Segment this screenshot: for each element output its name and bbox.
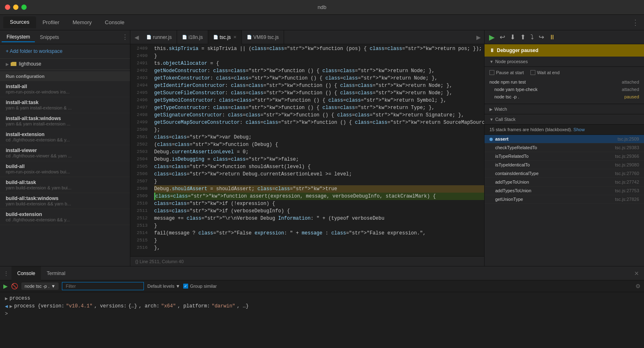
bottom-panel-close-button[interactable]: ✕ — [629, 268, 644, 278]
code-line-2516[interactable]: }, — [154, 244, 484, 252]
file-tab-tsc[interactable]: 📄 tsc.js ✕ — [208, 30, 242, 44]
call-stack-header[interactable]: ▼ Call Stack — [485, 114, 644, 125]
debug-step-over-button[interactable]: ↩ — [498, 32, 506, 42]
pause-at-start-option[interactable]: Pause at start — [489, 70, 524, 75]
config-item-build-all-task-windows[interactable]: build-all:task:windowsyarn build-extensi… — [0, 193, 130, 209]
code-line-2508[interactable]: Debug.shouldAssert = shouldAssert; class… — [154, 185, 484, 193]
tab-snippets[interactable]: Snippets — [35, 33, 64, 42]
code-line-2505[interactable]: class=class="str">"kw">function shouldAs… — [154, 163, 484, 171]
code-line-2495[interactable]: getSourceFileConstructor: class=class="s… — [154, 89, 484, 97]
code-line-2493[interactable]: getTokenConstructor: class=class="str">"… — [154, 75, 484, 82]
add-folder-button[interactable]: Add folder to workspace — [0, 44, 130, 59]
editor-play-button[interactable]: ▶ — [473, 32, 484, 42]
stack-frame-checkTypeRelatedTo[interactable]: checkTypeRelatedTotsc.js:29383 — [485, 143, 644, 152]
stack-frame-addTypeToUnion[interactable]: addTypeToUniontsc.js:27742 — [485, 178, 644, 187]
stack-frame-containsIdenticalType[interactable]: containsIdenticalTypetsc.js:27760 — [485, 169, 644, 178]
stack-frame-addTypesToUnion[interactable]: addTypesToUniontsc.js:27753 — [485, 187, 644, 195]
code-line-2496[interactable]: getSymbolConstructor: class=class="str">… — [154, 97, 484, 104]
config-item-build-all-task[interactable]: build-all:taskyarn build-extension & yar… — [0, 177, 130, 193]
console-prompt[interactable]: > — [5, 310, 639, 318]
code-line-2499[interactable]: getSourceMapSourceConstructor: class=cla… — [154, 119, 484, 126]
maximize-traffic-light[interactable] — [21, 5, 27, 10]
show-blackboxed-link[interactable]: Show — [573, 127, 585, 132]
code-line-2497[interactable]: getTypeConstructor: class=class="str">"k… — [154, 104, 484, 111]
folder-item-lighthouse[interactable]: ▶ lighthouse — [0, 59, 130, 70]
code-line-2504[interactable]: Debug.isDebugging = class=class="str">"k… — [154, 156, 484, 163]
expand-process-icon[interactable]: ▶ — [9, 303, 12, 309]
config-item-build-all[interactable]: build-allnpm-run-posix-or-windows bui... — [0, 161, 130, 177]
tab-terminal[interactable]: Terminal — [41, 266, 71, 280]
stack-frame-isTypeRelatedTo[interactable]: isTypeRelatedTotsc.js:29366 — [485, 152, 644, 161]
expand-icon[interactable]: ▶ — [5, 296, 8, 302]
code-line-2502[interactable]: (class=class="str">"kw">function (Debug)… — [154, 141, 484, 148]
default-levels-selector[interactable]: Default levels ▼ — [147, 284, 180, 289]
stack-frame-getUnionType[interactable]: getUnionTypetsc.js:27826 — [485, 195, 644, 204]
config-item-install-all-task[interactable]: install-all:taskyarn & yarn install-exte… — [0, 97, 130, 113]
tab-sources[interactable]: Sources — [3, 16, 36, 28]
code-line-2491[interactable]: ts.objectAllocator = { — [154, 60, 484, 67]
tab-filesystem[interactable]: Filesystem — [2, 32, 35, 42]
debug-pause-button[interactable]: ⏸ — [548, 33, 557, 42]
wait-at-end-checkbox[interactable] — [530, 70, 535, 75]
code-line-2506[interactable]: class=class="str">"kw">return Debug.curr… — [154, 171, 484, 178]
code-line-2509[interactable]: class=class="str">"kw">function assert(e… — [154, 193, 484, 200]
stack-frame-assert[interactable]: asserttsc.js:2509 — [485, 135, 644, 143]
console-line-process-detail[interactable]: ◀ ▶ process {version: "v10.4.1" , versio… — [5, 303, 639, 310]
stack-frame-isTypeIdenticalTo[interactable]: isTypeIdenticalTotsc.js:29080 — [485, 161, 644, 169]
more-tabs-icon[interactable]: ⋮ — [632, 18, 639, 27]
code-line-2507[interactable]: } — [154, 178, 484, 185]
debug-step-button[interactable]: ⤵ — [529, 33, 535, 42]
console-context-selector[interactable]: node tsc -p . ▼ — [21, 282, 59, 290]
code-line-2514[interactable]: fail(message ? class="str">"False expres… — [154, 230, 484, 237]
tab-profiler[interactable]: Profiler — [36, 17, 66, 28]
process-tsc[interactable]: node tsc -p . paused — [489, 93, 639, 100]
debug-step-into-button[interactable]: ⬇ — [509, 32, 517, 42]
debug-step-out-button[interactable]: ⬆ — [519, 32, 527, 42]
debug-deactivate-button[interactable]: ↪ — [537, 32, 545, 42]
code-line-2498[interactable]: getSignatureConstructor: class=class="st… — [154, 111, 484, 119]
file-tab-runner[interactable]: 📄 runner.js — [141, 30, 177, 44]
config-item-install-all-task-windows[interactable]: install-all:task:windowsyarn && yarn ins… — [0, 113, 130, 129]
file-tab-close-tsc[interactable]: ✕ — [233, 35, 237, 39]
code-line-2513[interactable]: } — [154, 222, 484, 230]
code-content[interactable]: this.skipTrivia = skipTrivia || (class=c… — [151, 44, 484, 256]
tab-console[interactable]: Console — [98, 17, 131, 28]
pause-at-start-checkbox[interactable] — [489, 70, 494, 75]
code-line-2492[interactable]: getNodeConstructor: class=class="str">"k… — [154, 67, 484, 75]
left-panel-more-icon[interactable]: ⋮ — [122, 33, 128, 41]
group-similar-checkbox[interactable]: ✓ — [183, 284, 188, 289]
code-line-2490[interactable]: } — [154, 52, 484, 60]
close-traffic-light[interactable] — [5, 5, 10, 10]
console-settings-icon[interactable]: ⚙ — [635, 283, 641, 289]
code-line-2501[interactable]: class=class="str">"kw">var Debug; — [154, 134, 484, 141]
config-item-build-extension[interactable]: build-extensioncd ./lighthouse-extension… — [0, 209, 130, 225]
config-item-install-extension[interactable]: install-extensioncd ./lighthouse-extensi… — [0, 129, 130, 145]
code-line-2512[interactable]: message += class="str">"\r\nVerbose Debu… — [154, 215, 484, 222]
file-tab-vm69[interactable]: 📄 VM69 tsc.js — [242, 30, 284, 44]
code-line-2494[interactable]: getIdentifierConstructor: class=class="s… — [154, 82, 484, 89]
watch-section[interactable]: ▶ Watch — [485, 104, 644, 114]
code-line-2503[interactable]: Debug.currentAssertionLevel = 0; — [154, 148, 484, 156]
code-line-2489[interactable]: this.skipTrivia = skipTrivia || (class=c… — [154, 45, 484, 52]
console-filter-input[interactable] — [62, 282, 144, 290]
tab-console-bottom[interactable]: Console — [11, 266, 41, 280]
file-tab-i18n[interactable]: 📄 i18n.js — [177, 30, 208, 44]
config-item-install-all[interactable]: install-allnpm-run-posix-or-windows ins.… — [0, 81, 130, 97]
bottom-panel-more-icon[interactable]: ⋮ — [3, 270, 9, 277]
console-execute-button[interactable]: ▶ — [3, 283, 8, 289]
nav-back-button[interactable]: ◀ — [132, 32, 141, 42]
code-line-2500[interactable]: }; — [154, 126, 484, 134]
process-npm-run-test[interactable]: node npm run test attached — [489, 78, 639, 86]
console-stop-button[interactable]: 🚫 — [11, 283, 18, 289]
code-line-2511[interactable]: class=class="str">"kw">if (verboseDebugI… — [154, 207, 484, 215]
process-yarn-type-check[interactable]: node yarn type-check attached — [489, 86, 639, 93]
code-line-2515[interactable]: } — [154, 237, 484, 244]
minimize-traffic-light[interactable] — [13, 5, 18, 10]
code-line-2510[interactable]: class=class="str">"kw">if (!expression) … — [154, 200, 484, 207]
config-item-install-viewer[interactable]: install-viewercd ./lighthouse-viewer && … — [0, 145, 130, 161]
node-processes-section[interactable]: ▼ Node processes — [485, 57, 644, 67]
console-line-process[interactable]: ▶ process — [5, 295, 639, 303]
tab-memory[interactable]: Memory — [66, 17, 98, 28]
group-similar-option[interactable]: ✓ Group similar — [183, 284, 216, 289]
wait-at-end-option[interactable]: Wait at end — [530, 70, 560, 75]
